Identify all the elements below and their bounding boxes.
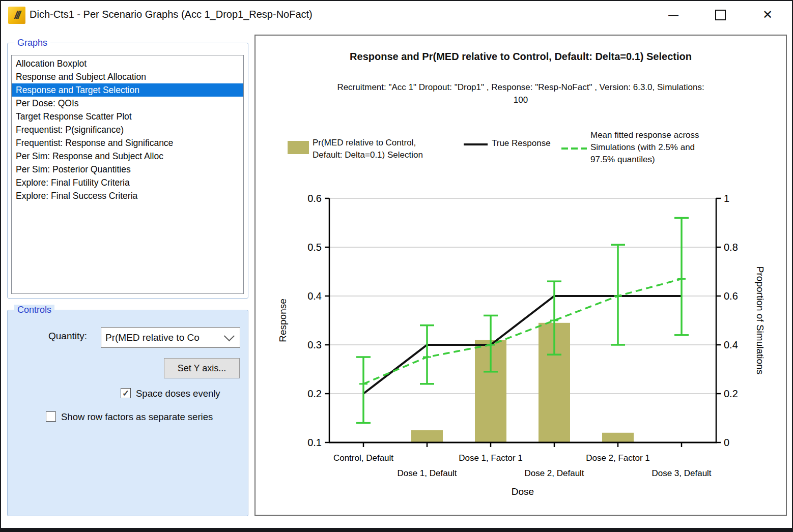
svg-text:Control, Default: Control, Default (333, 453, 393, 463)
response-chart-plot: 0.10.20.30.40.50.600.20.40.60.81Control,… (256, 36, 786, 515)
maximize-button[interactable] (704, 3, 736, 26)
controls-groupbox-label: Controls (14, 305, 54, 315)
list-item-per-sim-response-alloc[interactable]: Per Sim: Response and Subject Alloc (12, 150, 243, 163)
app-window: /// Dich-Cts1 - Per Scenario Graphs (Acc… (0, 0, 793, 532)
chart-panel: Response and Pr(MED relative to Control,… (254, 35, 787, 516)
svg-text:0.3: 0.3 (307, 339, 322, 350)
svg-text:Dose: Dose (512, 486, 534, 497)
svg-text:0.2: 0.2 (307, 388, 322, 399)
show-row-factors-checkbox[interactable] (46, 411, 56, 422)
list-item-frequentist-significance[interactable]: Frequentist: P(significance) (12, 123, 243, 136)
svg-text:1: 1 (724, 193, 729, 204)
svg-text:Dose 2, Factor 1: Dose 2, Factor 1 (586, 453, 650, 463)
set-y-axis-button-label: Set Y axis... (178, 363, 226, 374)
set-y-axis-button[interactable]: Set Y axis... (164, 358, 240, 378)
chevron-down-icon (224, 331, 235, 341)
svg-text:Proportion of Simulations: Proportion of Simulations (755, 267, 766, 374)
space-doses-evenly-checkbox[interactable] (121, 388, 131, 398)
close-button[interactable]: ✕ (752, 3, 783, 26)
list-item-allocation-boxplot[interactable]: Allocation Boxplot (12, 57, 243, 70)
minimize-button[interactable]: — (658, 3, 689, 26)
graphs-groupbox-label: Graphs (14, 38, 50, 48)
quantity-label: Quantity: (48, 331, 87, 342)
svg-text:Dose 2, Default: Dose 2, Default (524, 468, 584, 478)
space-doses-evenly-label: Space doses evenly (136, 388, 220, 399)
svg-text:0.4: 0.4 (724, 339, 738, 350)
svg-text:0.6: 0.6 (307, 193, 322, 204)
window-title: Dich-Cts1 - Per Scenario Graphs (Acc 1_D… (30, 9, 313, 20)
list-item-response-target-selection[interactable]: Response and Target Selection (12, 83, 243, 97)
svg-text:0.4: 0.4 (307, 290, 322, 302)
svg-text:Dose 3, Default: Dose 3, Default (652, 468, 711, 478)
close-icon: ✕ (762, 8, 773, 22)
list-item-explore-futility[interactable]: Explore: Final Futility Criteria (12, 176, 243, 189)
list-item-target-response-scatter[interactable]: Target Response Scatter Plot (12, 110, 243, 123)
app-icon: /// (8, 7, 25, 24)
svg-text:0.1: 0.1 (307, 437, 322, 448)
list-item-response-subject-allocation[interactable]: Response and Subject Allocation (12, 70, 243, 83)
maximize-icon (715, 10, 726, 20)
svg-text:Response: Response (277, 299, 288, 342)
list-item-per-dose-qois[interactable]: Per Dose: QOIs (12, 97, 243, 110)
quantity-dropdown-value: Pr(MED relative to Co (101, 332, 224, 343)
list-item-frequentist-response-significance[interactable]: Frequentist: Response and Significance (12, 136, 243, 150)
svg-text:0.8: 0.8 (724, 242, 738, 253)
svg-text:0.6: 0.6 (724, 290, 738, 302)
list-item-explore-success[interactable]: Explore: Final Success Criteria (12, 189, 243, 202)
minimize-icon: — (668, 9, 678, 21)
list-item-per-sim-posterior[interactable]: Per Sim: Posterior Quantities (12, 163, 243, 176)
show-row-factors-label: Show row factors as separate series (61, 411, 213, 423)
svg-text:Dose 1, Default: Dose 1, Default (397, 468, 457, 478)
svg-text:Dose 1, Factor 1: Dose 1, Factor 1 (459, 453, 523, 463)
svg-text:0.2: 0.2 (724, 388, 738, 399)
graphs-listbox: Allocation Boxplot Response and Subject … (11, 55, 244, 294)
quantity-dropdown[interactable]: Pr(MED relative to Co (101, 327, 240, 348)
svg-text:0.5: 0.5 (307, 242, 322, 253)
svg-text:0: 0 (724, 437, 729, 448)
